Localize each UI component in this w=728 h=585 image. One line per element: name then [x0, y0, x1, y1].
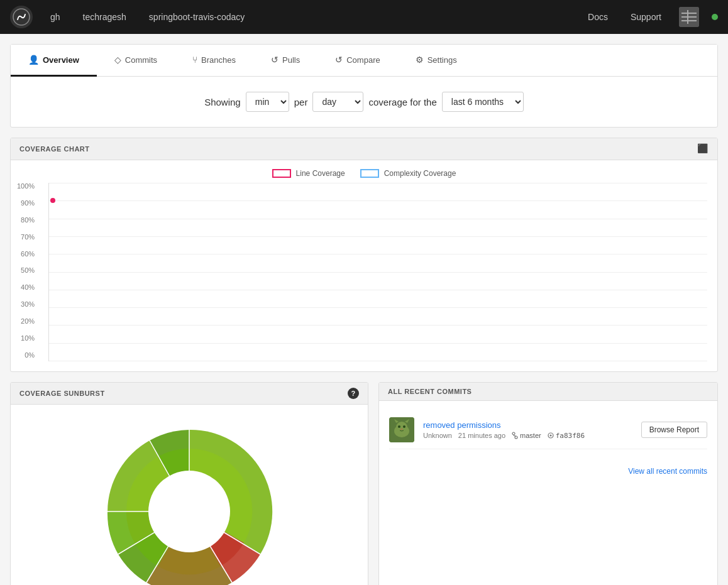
complexity-coverage-swatch: [360, 169, 379, 178]
y-60: 60%: [21, 251, 35, 258]
settings-icon: ⚙: [416, 55, 424, 65]
chart-gridlines: [49, 183, 707, 361]
tab-settings[interactable]: ⚙ Settings: [398, 45, 475, 77]
y-30: 30%: [21, 301, 35, 308]
y-10: 10%: [21, 335, 35, 342]
y-50: 50%: [21, 267, 35, 274]
coverage-sunburst-section: COVERAGE SUNBURST ?: [10, 382, 368, 585]
legend-line-coverage: Line Coverage: [272, 169, 345, 178]
y-0: 0%: [25, 352, 35, 359]
data-point-90: [50, 198, 55, 203]
commit-item: removed permissions Unknown 21 minutes a…: [389, 411, 707, 449]
sunburst-body: [11, 405, 368, 585]
commits-title: ALL RECENT COMMITS: [388, 388, 472, 395]
branches-icon: ⑂: [192, 55, 197, 65]
per-label: per: [294, 97, 308, 107]
navbar-right: Docs Support: [583, 7, 718, 27]
status-dot: [712, 14, 718, 20]
coverage-chart-section: COVERAGE CHART ⬛ Line Coverage Complexit…: [10, 138, 718, 372]
commit-title[interactable]: removed permissions: [423, 420, 632, 430]
coverage-chart-header: COVERAGE CHART ⬛: [11, 138, 717, 160]
complexity-coverage-label: Complexity Coverage: [384, 169, 456, 178]
y-40: 40%: [21, 284, 35, 291]
navbar-gh[interactable]: gh: [45, 9, 65, 25]
commit-branch: master: [512, 432, 541, 439]
tab-commits[interactable]: ◇ Commits: [97, 45, 175, 77]
svg-point-22: [512, 432, 515, 435]
branch-icon: [512, 432, 518, 439]
view-all-commits-link[interactable]: View all recent commits: [379, 459, 717, 483]
range-select[interactable]: last 6 months last 3 months last month: [442, 92, 524, 112]
commit-hash: fa83f86: [548, 432, 585, 440]
sunburst-header: COVERAGE SUNBURST ?: [11, 383, 368, 405]
y-80: 80%: [21, 217, 35, 224]
avatar[interactable]: [679, 7, 699, 27]
overview-icon: 👤: [28, 55, 39, 65]
filter-bar: Showing min max avg per day week month c…: [11, 77, 717, 127]
sunburst-title: COVERAGE SUNBURST: [19, 390, 105, 397]
chart-area: 100% 90% 80% 70% 60% 50% 40% 30% 20% 10%…: [11, 183, 717, 371]
bottom-row: COVERAGE SUNBURST ?: [10, 382, 718, 585]
tab-branches[interactable]: ⑂ Branches: [175, 45, 253, 77]
navbar-repo[interactable]: springboot-travis-codacy: [144, 9, 250, 25]
showing-label: Showing: [204, 97, 241, 107]
svg-point-21: [401, 429, 403, 430]
pulls-icon: ↺: [271, 55, 279, 65]
tab-compare[interactable]: ↺ Compare: [317, 45, 397, 77]
y-20: 20%: [21, 318, 35, 325]
chart-legend: Line Coverage Complexity Coverage: [11, 160, 717, 183]
line-coverage-label: Line Coverage: [296, 169, 345, 178]
period-select[interactable]: day week month: [312, 92, 363, 112]
y-100: 100%: [17, 183, 35, 190]
y-70: 70%: [21, 234, 35, 241]
commits-icon: ◇: [114, 55, 121, 65]
commit-author: Unknown: [423, 432, 452, 439]
navbar-logo[interactable]: [10, 6, 33, 28]
svg-point-19: [398, 425, 400, 428]
recent-commits-section: ALL RECENT COMMITS: [378, 382, 718, 585]
y-90: 90%: [21, 200, 35, 207]
commits-body: removed permissions Unknown 21 minutes a…: [379, 401, 717, 459]
hash-icon: [548, 432, 554, 439]
navbar: gh techragesh springboot-travis-codacy D…: [0, 0, 728, 34]
avatar-image: [389, 417, 414, 442]
chart-y-axis: 100% 90% 80% 70% 60% 50% 40% 30% 20% 10%…: [17, 183, 35, 359]
export-icon[interactable]: ⬛: [697, 143, 709, 155]
navbar-support[interactable]: Support: [626, 9, 666, 25]
commit-avatar: [389, 417, 414, 442]
tab-bar: 👤 Overview ◇ Commits ⑂ Branches ↺ Pulls …: [11, 45, 717, 77]
browse-report-button[interactable]: Browse Report: [641, 422, 707, 438]
compare-icon: ↺: [335, 55, 343, 65]
commit-meta: Unknown 21 minutes ago master: [423, 432, 632, 440]
tab-overview[interactable]: 👤 Overview: [11, 45, 97, 77]
metric-select[interactable]: min max avg: [246, 92, 289, 112]
tab-pulls[interactable]: ↺ Pulls: [253, 45, 317, 77]
commits-header: ALL RECENT COMMITS: [379, 383, 717, 401]
sunburst-chart: [89, 417, 290, 585]
line-coverage-swatch: [272, 169, 291, 178]
chart-plot: [48, 183, 707, 361]
main-content: 👤 Overview ◇ Commits ⑂ Branches ↺ Pulls …: [10, 44, 718, 128]
commit-branch-name: master: [520, 432, 541, 439]
navbar-org[interactable]: techragesh: [78, 9, 131, 25]
coverage-chart-title: COVERAGE CHART: [19, 145, 90, 153]
navbar-docs[interactable]: Docs: [583, 9, 613, 25]
coverage-for-label: coverage for the: [368, 97, 436, 107]
commit-time: 21 minutes ago: [458, 432, 505, 439]
legend-complexity-coverage: Complexity Coverage: [360, 169, 456, 178]
commit-info: removed permissions Unknown 21 minutes a…: [423, 420, 632, 440]
svg-point-20: [403, 425, 405, 428]
svg-point-25: [549, 435, 551, 437]
help-icon[interactable]: ?: [348, 388, 359, 399]
